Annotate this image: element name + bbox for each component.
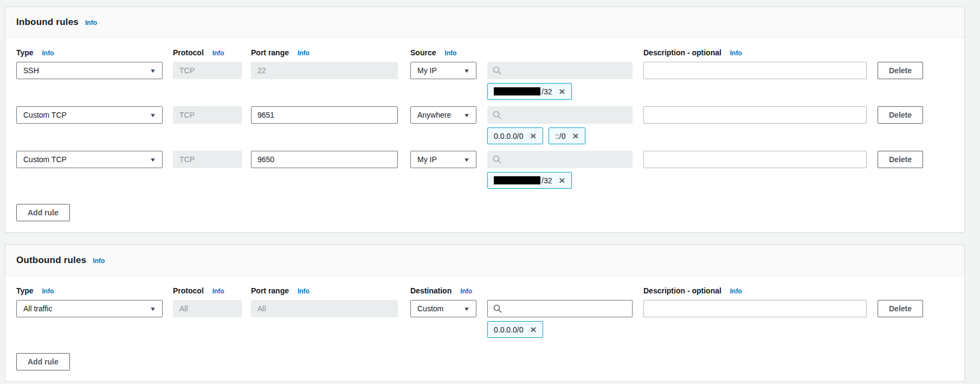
inbound-rules-title: Inbound rules: [16, 17, 79, 28]
cidr-tag: ::/0 ✕: [549, 127, 585, 144]
port-range-field[interactable]: [251, 151, 398, 168]
type-select[interactable]: Custom TCP ▼: [16, 151, 163, 168]
destination-info-link[interactable]: Info: [460, 287, 472, 295]
source-select[interactable]: My IP ▼: [410, 151, 476, 168]
inbound-rule-row-2: Custom TCP ▼ Anywhere ▼: [16, 106, 953, 144]
column-header-description: Description - optional Info: [643, 48, 867, 57]
source-search-input: [506, 66, 627, 75]
destination-search-input[interactable]: [506, 304, 627, 313]
description-input[interactable]: [643, 300, 867, 317]
search-icon: [493, 111, 501, 119]
source-search-box: [487, 151, 633, 168]
column-header-type: Type Info: [16, 286, 163, 295]
add-rule-button[interactable]: Add rule: [16, 204, 70, 221]
chevron-down-icon: ▼: [463, 112, 470, 118]
source-tags: 0.0.0.0/0 ✕ ::/0 ✕: [487, 127, 633, 144]
chevron-down-icon: ▼: [150, 112, 156, 118]
description-input[interactable]: [643, 62, 867, 79]
inbound-rules-header: Inbound rules Info: [5, 7, 964, 38]
source-info-link[interactable]: Info: [444, 49, 456, 57]
outbound-rules-title: Outbound rules: [16, 255, 86, 266]
protocol-field: [173, 300, 242, 317]
port-range-info-link[interactable]: Info: [298, 287, 310, 295]
column-header-port-range: Port range Info: [251, 286, 398, 295]
close-icon[interactable]: ✕: [530, 131, 537, 140]
inbound-rules-info-link[interactable]: Info: [85, 19, 97, 27]
inbound-rule-row-3: Custom TCP ▼ My IP ▼: [16, 151, 953, 189]
cidr-tag: 0.0.0.0/0 ✕: [487, 321, 543, 338]
source-search-input: [506, 155, 627, 164]
protocol-info-link[interactable]: Info: [212, 49, 224, 57]
protocol-field: [173, 62, 242, 79]
close-icon[interactable]: ✕: [530, 325, 537, 334]
protocol-info-link[interactable]: Info: [212, 287, 224, 295]
source-select[interactable]: My IP ▼: [410, 62, 476, 79]
cidr-tag: /32 ✕: [487, 83, 572, 100]
outbound-rule-row-1: All traffic ▼ Custom ▼: [16, 300, 953, 338]
inbound-rules-card: Inbound rules Info Type Info Protocol In…: [5, 7, 965, 233]
chevron-down-icon: ▼: [463, 157, 470, 163]
description-input[interactable]: [643, 151, 867, 168]
close-icon[interactable]: ✕: [558, 87, 565, 96]
add-rule-button[interactable]: Add rule: [16, 353, 70, 370]
outbound-rules-card: Outbound rules Info Type Info Protocol I…: [5, 245, 965, 382]
source-search-box: [487, 106, 633, 124]
search-icon: [493, 155, 501, 164]
chevron-down-icon: ▼: [150, 306, 156, 312]
description-info-link[interactable]: Info: [730, 287, 742, 295]
redacted-ip: [494, 176, 540, 184]
chevron-down-icon: ▼: [150, 68, 156, 74]
destination-select[interactable]: Custom ▼: [410, 300, 476, 317]
type-info-link[interactable]: Info: [42, 287, 54, 295]
search-icon: [493, 66, 501, 75]
column-header-port-range: Port range Info: [251, 48, 398, 57]
source-tags: /32 ✕: [487, 83, 633, 100]
inbound-column-headers: Type Info Protocol Info Port range Info …: [16, 48, 953, 57]
destination-tags: 0.0.0.0/0 ✕: [487, 321, 633, 338]
close-icon[interactable]: ✕: [558, 176, 565, 185]
column-header-destination: Destination Info: [410, 286, 633, 295]
delete-rule-button[interactable]: Delete: [878, 62, 923, 79]
type-info-link[interactable]: Info: [42, 49, 54, 57]
source-search-box: [487, 62, 633, 79]
chevron-down-icon: ▼: [463, 68, 470, 74]
protocol-field: [173, 151, 242, 168]
column-header-protocol: Protocol Info: [173, 286, 242, 295]
description-input[interactable]: [643, 106, 867, 124]
search-icon: [493, 304, 502, 313]
outbound-rules-header: Outbound rules Info: [5, 245, 964, 276]
inbound-rule-row-1: SSH ▼ My IP ▼: [16, 62, 953, 100]
delete-rule-button[interactable]: Delete: [878, 300, 923, 317]
source-select[interactable]: Anywhere ▼: [410, 106, 476, 124]
source-tags: /32 ✕: [487, 172, 633, 189]
outbound-rules-info-link[interactable]: Info: [93, 257, 105, 265]
redacted-ip: [494, 87, 540, 95]
cidr-tag: /32 ✕: [487, 172, 572, 189]
port-range-field: [251, 300, 398, 317]
delete-rule-button[interactable]: Delete: [878, 151, 923, 168]
inbound-rules-body: Type Info Protocol Info Port range Info …: [5, 38, 964, 232]
chevron-down-icon: ▼: [150, 157, 156, 163]
description-info-link[interactable]: Info: [730, 49, 742, 57]
port-range-field[interactable]: [251, 106, 398, 124]
destination-search-box[interactable]: [487, 300, 633, 317]
protocol-field: [173, 106, 242, 124]
outbound-rules-body: Type Info Protocol Info Port range Info …: [5, 276, 964, 381]
column-header-protocol: Protocol Info: [173, 48, 242, 57]
type-select[interactable]: Custom TCP ▼: [16, 106, 163, 124]
security-group-rules-page: Inbound rules Info Type Info Protocol In…: [0, 0, 980, 382]
column-header-description: Description - optional Info: [643, 286, 867, 295]
column-header-type: Type Info: [16, 48, 163, 57]
port-range-info-link[interactable]: Info: [298, 49, 310, 57]
close-icon[interactable]: ✕: [572, 131, 579, 140]
column-header-source: Source Info: [410, 48, 633, 57]
chevron-down-icon: ▼: [463, 306, 470, 312]
type-select[interactable]: All traffic ▼: [16, 300, 163, 317]
port-range-field: [251, 62, 398, 79]
delete-rule-button[interactable]: Delete: [878, 106, 923, 124]
outbound-column-headers: Type Info Protocol Info Port range Info …: [16, 286, 953, 295]
cidr-tag: 0.0.0.0/0 ✕: [487, 127, 543, 144]
source-search-input: [506, 111, 627, 119]
type-select[interactable]: SSH ▼: [16, 62, 163, 79]
